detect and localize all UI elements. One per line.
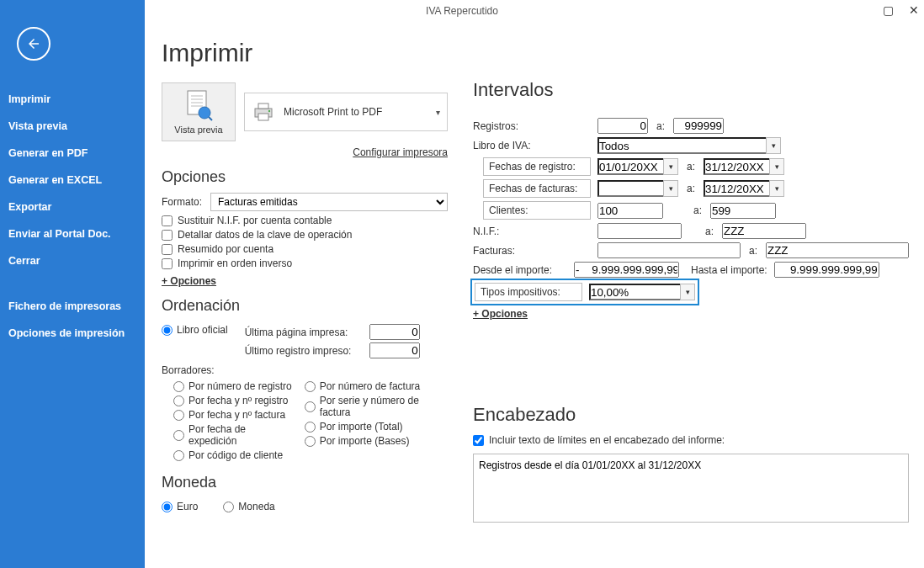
- intervalos-more-link[interactable]: + Opciones: [473, 308, 528, 320]
- ult-reg-input[interactable]: [369, 342, 420, 358]
- svg-point-10: [268, 110, 270, 112]
- sidebar-item-enviar-portal[interactable]: Enviar al Portal Doc.: [0, 220, 145, 247]
- borradores-label: Borradores:: [162, 364, 448, 376]
- libro-iva-label: Libro de IVA:: [473, 140, 591, 151]
- check-resumido-cuenta[interactable]: Resumido por cuenta: [162, 243, 448, 255]
- svg-line-6: [209, 117, 212, 120]
- radio-fecha-registro[interactable]: Por fecha y nº registro: [173, 395, 293, 406]
- tipos-impositivos-select[interactable]: [589, 284, 680, 300]
- radio-fecha-factura[interactable]: Por fecha y nº factura: [173, 409, 293, 421]
- hasta-importe-label: Hasta el importe:: [691, 264, 767, 276]
- ult-pag-input[interactable]: [369, 324, 420, 340]
- maximize-icon[interactable]: ▢: [883, 3, 894, 17]
- radio-euro[interactable]: Euro: [162, 501, 198, 512]
- radio-serie-num-factura[interactable]: Por serie y número de factura: [305, 395, 448, 418]
- radio-libro-oficial[interactable]: Libro oficial: [162, 324, 228, 336]
- hasta-importe-input[interactable]: [774, 262, 879, 278]
- encabezado-textarea[interactable]: [473, 454, 909, 523]
- check-orden-inverso[interactable]: Imprimir en orden inverso: [162, 257, 448, 269]
- configurar-impresora-link[interactable]: Configurar impresora: [162, 146, 448, 158]
- registros-from[interactable]: [597, 118, 648, 134]
- fechas-registro-to[interactable]: [704, 158, 769, 175]
- sidebar-item-generar-excel[interactable]: Generar en EXCEL: [0, 167, 145, 194]
- section-opciones: Opciones: [162, 168, 448, 186]
- printer-name: Microsoft Print to PDF: [284, 106, 382, 118]
- vista-previa-button[interactable]: Vista previa: [162, 82, 236, 141]
- chevron-down-icon: ▾: [436, 108, 440, 117]
- radio-num-registro[interactable]: Por número de registro: [173, 380, 293, 392]
- printer-icon: [252, 102, 275, 122]
- nif-to[interactable]: [722, 223, 806, 239]
- section-encabezado: Encabezado: [473, 404, 909, 426]
- radio-num-factura[interactable]: Por número de factura: [305, 380, 448, 392]
- document-preview-icon: [184, 89, 213, 121]
- fechas-registro-label[interactable]: Fechas de registro:: [483, 157, 591, 176]
- sidebar-item-fichero-impresoras[interactable]: Fichero de impresoras: [0, 293, 145, 320]
- window-title: IVA Repercutido: [426, 5, 498, 17]
- radio-fecha-expedicion[interactable]: Por fecha de expedición: [173, 423, 293, 447]
- registros-label: Registros:: [473, 120, 591, 132]
- fechas-registro-from[interactable]: [597, 158, 663, 175]
- svg-point-5: [199, 107, 210, 119]
- desde-importe-label: Desde el importe:: [473, 264, 567, 276]
- printer-selector[interactable]: Microsoft Print to PDF ▾: [244, 93, 448, 131]
- clientes-label[interactable]: Clientes:: [483, 201, 591, 220]
- radio-importe-total[interactable]: Por importe (Total): [305, 421, 448, 433]
- close-icon[interactable]: ✕: [909, 3, 919, 17]
- fechas-facturas-to[interactable]: [704, 180, 769, 197]
- sidebar-item-opciones-impresion[interactable]: Opciones de impresión: [0, 320, 145, 347]
- facturas-to[interactable]: [766, 242, 909, 258]
- svg-rect-9: [258, 114, 268, 120]
- sidebar-item-generar-pdf[interactable]: Generar en PDF: [0, 140, 145, 167]
- radio-codigo-cliente[interactable]: Por código de cliente: [173, 449, 293, 461]
- chevron-down-icon[interactable]: ▾: [663, 158, 678, 175]
- ult-reg-label: Último registro impreso:: [245, 345, 363, 357]
- vista-previa-label: Vista previa: [174, 125, 222, 135]
- a-label: a:: [655, 120, 666, 132]
- page-title: Imprimir: [162, 39, 448, 67]
- chevron-down-icon[interactable]: ▾: [766, 137, 781, 154]
- ult-pag-label: Última página impresa:: [245, 326, 363, 338]
- tipos-impositivos-label[interactable]: Tipos impositivos:: [475, 283, 582, 301]
- svg-rect-8: [258, 104, 268, 109]
- radio-moneda[interactable]: Moneda: [223, 501, 274, 512]
- radio-importe-bases[interactable]: Por importe (Bases): [305, 435, 448, 447]
- clientes-to[interactable]: [710, 203, 776, 219]
- check-incluir-texto-limites[interactable]: Incluir texto de límites en el encabezad…: [473, 434, 909, 446]
- section-ordenacion: Ordenación: [162, 297, 448, 315]
- libro-iva-select[interactable]: [597, 137, 766, 154]
- facturas-from[interactable]: [597, 242, 741, 258]
- section-moneda: Moneda: [162, 474, 448, 491]
- desde-importe-input[interactable]: [574, 262, 679, 278]
- clientes-from[interactable]: [597, 203, 663, 219]
- chevron-down-icon[interactable]: ▾: [663, 180, 678, 197]
- sidebar: Imprimir Vista previa Generar en PDF Gen…: [0, 0, 145, 568]
- section-intervalos: Intervalos: [473, 79, 909, 101]
- fechas-facturas-from[interactable]: [597, 180, 663, 197]
- back-button[interactable]: [17, 27, 50, 61]
- chevron-down-icon[interactable]: ▾: [769, 180, 784, 197]
- registros-to[interactable]: [673, 118, 724, 134]
- facturas-label: Facturas:: [473, 245, 591, 257]
- sidebar-item-exportar[interactable]: Exportar: [0, 194, 145, 220]
- formato-label: Formato:: [162, 196, 205, 208]
- chevron-down-icon[interactable]: ▾: [680, 284, 695, 300]
- nif-from[interactable]: [597, 223, 682, 239]
- chevron-down-icon[interactable]: ▾: [769, 158, 784, 175]
- sidebar-item-imprimir[interactable]: Imprimir: [0, 86, 145, 113]
- check-sustituir-nif[interactable]: Sustituir N.I.F. por cuenta contable: [162, 215, 448, 226]
- opciones-more-link[interactable]: + Opciones: [162, 275, 216, 287]
- sidebar-item-cerrar[interactable]: Cerrar: [0, 247, 145, 274]
- check-detallar-clave[interactable]: Detallar datos de la clave de operación: [162, 229, 448, 241]
- fechas-facturas-label[interactable]: Fechas de facturas:: [483, 179, 591, 198]
- formato-select[interactable]: Facturas emitidas: [210, 193, 448, 211]
- nif-label: N.I.F.:: [473, 226, 591, 237]
- sidebar-item-vista-previa[interactable]: Vista previa: [0, 113, 145, 140]
